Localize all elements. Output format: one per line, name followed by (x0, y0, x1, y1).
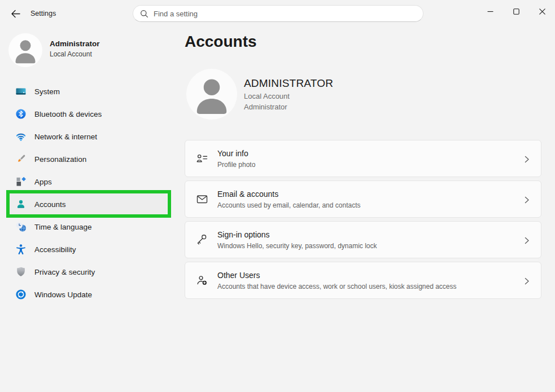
card-title: Email & accounts (217, 190, 360, 199)
sidebar-item-label: Network & internet (34, 133, 97, 141)
card-subtitle: Accounts that have device access, work o… (217, 283, 457, 290)
card-subtitle: Windows Hello, security key, password, d… (217, 242, 377, 250)
sidebar-item-label: Time & language (34, 223, 92, 231)
sidebar-user-card[interactable]: Administrator Local Account (6, 32, 169, 72)
profile-avatar-icon (186, 69, 237, 120)
chevron-right-icon (525, 156, 530, 163)
back-arrow-icon (11, 10, 20, 18)
search-input[interactable] (154, 10, 416, 18)
your-info-icon (196, 152, 208, 165)
sidebar-item-label: Bluetooth & devices (34, 110, 102, 118)
sidebar-item-label: Accounts (34, 200, 66, 209)
signin-key-icon (196, 234, 208, 246)
card-title: Sign-in options (217, 230, 377, 239)
personalization-icon (15, 153, 27, 165)
accounts-icon (15, 199, 27, 210)
maximize-button[interactable] (503, 0, 529, 23)
card-subtitle: Profile photo (217, 161, 255, 169)
profile-account-type: Local Account (244, 92, 290, 100)
back-button[interactable] (7, 6, 24, 21)
network-icon (15, 131, 27, 142)
privacy-icon (15, 266, 27, 278)
sidebar-item-accounts[interactable]: Accounts (8, 193, 167, 215)
sidebar-item-windows-update[interactable]: Windows Update (8, 284, 167, 305)
card-subtitle: Accounts used by email, calendar, and co… (217, 201, 360, 209)
profile-role: Administrator (244, 103, 287, 111)
search-box[interactable] (133, 5, 423, 22)
titlebar: Settings (0, 0, 555, 27)
windows-update-icon (15, 289, 27, 300)
minimize-icon (487, 8, 493, 15)
sidebar-item-apps[interactable]: Apps (8, 171, 167, 192)
maximize-icon (513, 8, 519, 15)
sidebar-item-system[interactable]: System (8, 81, 167, 102)
system-icon (15, 86, 27, 97)
search-icon (140, 10, 148, 18)
time-language-icon (15, 221, 27, 232)
chevron-right-icon (525, 237, 530, 244)
sidebar-user-name: Administrator (50, 39, 100, 48)
sidebar-item-label: Personalization (34, 155, 86, 164)
close-button[interactable] (529, 0, 555, 23)
accessibility-icon (15, 244, 27, 255)
sidebar-item-personalization[interactable]: Personalization (8, 148, 167, 170)
close-icon (539, 8, 545, 15)
email-icon (196, 193, 208, 205)
selected-indicator-pill (8, 200, 10, 209)
window-controls (477, 0, 555, 23)
bluetooth-icon (15, 108, 27, 120)
sidebar-item-label: System (34, 87, 60, 96)
chevron-right-icon (525, 278, 530, 285)
card-other-users[interactable]: Other Users Accounts that have device ac… (185, 262, 541, 299)
chevron-right-icon (525, 196, 530, 204)
minimize-button[interactable] (477, 0, 503, 23)
page-title: Accounts (185, 33, 257, 51)
sidebar-item-accessibility[interactable]: Accessibility (8, 239, 167, 260)
sidebar-user-subtitle: Local Account (50, 50, 100, 58)
app-title: Settings (30, 10, 56, 17)
sidebar-item-label: Privacy & security (34, 268, 95, 276)
sidebar-item-network[interactable]: Network & internet (8, 126, 167, 147)
sidebar-item-privacy[interactable]: Privacy & security (8, 261, 167, 283)
sidebar: Administrator Local Account System (0, 27, 175, 392)
card-title: Other Users (217, 271, 457, 280)
sidebar-item-label: Windows Update (34, 290, 92, 299)
card-email-accounts[interactable]: Email & accounts Accounts used by email,… (185, 180, 541, 218)
profile-name: ADMINISTRATOR (244, 77, 333, 90)
card-title: Your info (217, 149, 255, 158)
card-your-info[interactable]: Your info Profile photo (185, 140, 541, 177)
sidebar-item-label: Accessibility (34, 245, 76, 254)
avatar-icon (8, 33, 42, 67)
sidebar-item-time-language[interactable]: Time & language (8, 216, 167, 237)
apps-icon (15, 176, 27, 187)
sidebar-item-label: Apps (34, 178, 52, 186)
card-signin-options[interactable]: Sign-in options Windows Hello, security … (185, 221, 541, 258)
sidebar-item-bluetooth[interactable]: Bluetooth & devices (8, 103, 167, 125)
other-users-icon (196, 274, 208, 287)
